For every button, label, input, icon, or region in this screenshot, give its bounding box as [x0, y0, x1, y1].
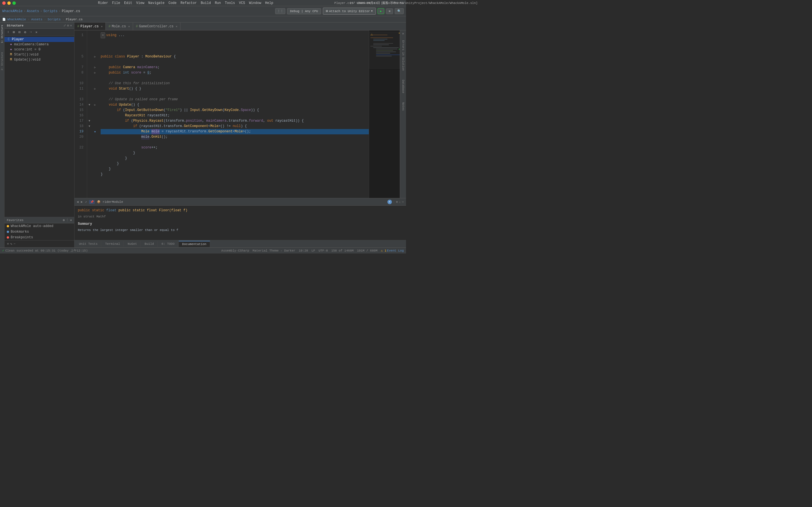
breadcrumb-item-assets[interactable]: Assets — [27, 9, 39, 13]
fav-settings-icon[interactable]: ⚙ — [63, 218, 65, 222]
doc-more-icon[interactable]: ⋯ — [402, 200, 404, 204]
fold-arrow-17[interactable]: ▼ — [89, 119, 90, 122]
build-status-icon: ✓ — [2, 249, 4, 252]
tab-gamecontrollercs[interactable]: # GameController.cs ✕ — [133, 22, 181, 31]
back-icon[interactable]: ◀ — [77, 200, 79, 204]
errors-in-solution-panel[interactable]: Errors in Solution — [401, 39, 405, 72]
code-editor[interactable]: 1 . . . 5 . 7 8 . 10 11 . 13 14 15 16 17 — [74, 31, 400, 198]
position-status[interactable]: 19:28 — [299, 249, 308, 252]
code-content[interactable]: +using ... public class Player : MonoBeh… — [98, 31, 369, 198]
menu-help[interactable]: Help — [265, 1, 273, 5]
menu-build[interactable]: Build — [201, 1, 211, 5]
minimize-button[interactable] — [7, 1, 11, 5]
unity-icon: ⊞ — [326, 9, 328, 13]
attach-to-unity-button[interactable]: ⊞ Attach to Unity Editor ▼ — [323, 8, 376, 15]
breadcrumb-item-project[interactable]: WhackAMole — [2, 9, 22, 13]
fav-item-breakpoints[interactable]: Breakpoints — [4, 235, 74, 240]
warning-count-icon: ⚠ 1 — [381, 249, 387, 252]
menu-refactor[interactable]: Refactor — [181, 1, 197, 5]
build-tab[interactable]: Build — [141, 241, 158, 247]
breadcrumb-item-scripts[interactable]: Scripts — [43, 9, 57, 13]
documentation-tab[interactable]: Documentation — [179, 241, 210, 247]
sidebar-title: Structure — [7, 24, 23, 27]
menu-code[interactable]: Code — [168, 1, 176, 5]
sort-icon[interactable]: ↕ — [6, 30, 11, 35]
encoding-status[interactable]: UTF-8 — [319, 249, 328, 252]
menu-tools[interactable]: Tools — [225, 1, 235, 5]
tab-playercs[interactable]: # Player.cs ✕ — [74, 22, 106, 31]
right-panel-collapse[interactable]: ✕ — [402, 32, 404, 36]
svg-rect-15 — [369, 32, 400, 68]
fav-dot-blue — [7, 231, 9, 233]
line-info-status: 158 of 1466M — [331, 249, 354, 252]
tree-item-maincamera[interactable]: ● mainCamera:Camera — [4, 42, 74, 47]
debug-config-button[interactable]: Debug | Any CPU — [287, 8, 321, 14]
navigate-icon[interactable]: → — [28, 30, 33, 35]
breadcrumb-item-file[interactable]: Player.cs — [62, 9, 80, 13]
close-tab-playercs[interactable]: ✕ — [101, 25, 103, 28]
file-path-assets[interactable]: Assets — [31, 18, 43, 21]
apps-icon[interactable]: ⋮⋮ — [275, 8, 285, 14]
fav-item-whackamole[interactable]: WhackAMole auto-added — [4, 223, 74, 229]
tab-molecs[interactable]: # Mole.cs ✕ — [106, 22, 133, 31]
notes-panel[interactable]: Notes — [401, 101, 405, 112]
close-tab-molecs[interactable]: ✕ — [128, 25, 130, 28]
field-icon-2: ● — [9, 48, 13, 52]
menu-navigate[interactable]: Navigate — [148, 1, 165, 5]
vtab-structure-1[interactable]: 1: Structure — [0, 23, 4, 45]
edit-favorite-icon[interactable]: ✎ — [10, 242, 12, 246]
menu-rider[interactable]: Rider — [98, 1, 108, 5]
svg-rect-17 — [399, 49, 400, 50]
file-path-playercs[interactable]: Player.cs — [66, 18, 83, 21]
menu-run[interactable]: Run — [215, 1, 221, 5]
fav-close-icon[interactable]: ✕ — [70, 218, 72, 222]
nuget-tab[interactable]: NuGet — [124, 241, 141, 247]
close-sidebar-icon[interactable]: ✕ — [34, 30, 39, 35]
database-panel[interactable]: Database — [401, 78, 405, 94]
code-line-15: if (Input.GetButtonDown("Fire1") || Inpu… — [101, 108, 369, 113]
vtab-structure-2[interactable]: 2: Structure — [0, 50, 4, 72]
menu-window[interactable]: Window — [249, 1, 261, 5]
unit-tests-tab[interactable]: Unit Tests — [75, 241, 101, 247]
event-log-status[interactable]: ⚠ 1 Event Log — [381, 249, 404, 252]
remove-favorite-icon[interactable]: − — [13, 242, 15, 246]
forward-icon[interactable]: ▶ — [81, 200, 83, 204]
line-ending-status[interactable]: LF — [312, 249, 315, 252]
stop-button[interactable]: ■ — [386, 8, 393, 14]
menu-vcs[interactable]: VCS — [239, 1, 245, 5]
terminal-tab[interactable]: Terminal — [102, 241, 124, 247]
menu-view[interactable]: View — [136, 1, 144, 5]
fold-arrow-18[interactable]: ▼ — [89, 125, 90, 128]
expand-all-icon[interactable]: ⊞ — [11, 30, 16, 35]
add-favorite-icon[interactable]: + — [7, 242, 9, 246]
tree-item-player[interactable]: C Player — [4, 37, 74, 42]
doc-settings-icon[interactable]: ⚙ — [396, 200, 398, 204]
search-icon[interactable]: 🔍 — [395, 8, 404, 14]
doc-divider: | — [393, 200, 395, 204]
menu-file[interactable]: File — [112, 1, 120, 5]
file-path-scripts[interactable]: Scripts — [48, 18, 61, 21]
code-line-3 — [101, 43, 369, 49]
pin-icon[interactable]: 📌 — [89, 200, 95, 204]
tree-item-start[interactable]: M Start():void — [4, 52, 74, 57]
doc-export-icon[interactable]: ↓ — [399, 200, 401, 204]
collapse-all-icon[interactable]: ⊟ — [17, 30, 22, 35]
close-tab-gamecontrollercs[interactable]: ✕ — [175, 25, 177, 28]
tree-item-update[interactable]: M Update():void — [4, 57, 74, 62]
fav-menu-icon[interactable]: ⋮ — [66, 218, 69, 222]
maximize-button[interactable] — [12, 1, 16, 5]
close-button[interactable] — [2, 1, 6, 5]
open-external-icon[interactable]: ↗ — [85, 200, 87, 204]
settings-icon[interactable]: ⚙ — [67, 24, 69, 27]
fav-item-bookmarks[interactable]: Bookmarks — [4, 229, 74, 235]
window-title: Player.cs - WhackAMole - [~/Documents/Un… — [335, 1, 406, 5]
file-path-project[interactable]: WhackAMole — [7, 18, 26, 21]
run-button[interactable]: ▶ — [377, 8, 385, 14]
expand-icon[interactable]: ⤢ — [63, 24, 66, 27]
tree-item-score[interactable]: ● score:int = 0 — [4, 47, 74, 52]
close-icon[interactable]: ✕ — [70, 24, 72, 27]
todo-tab[interactable]: 6: TODO — [158, 241, 178, 247]
filter-icon[interactable]: ⚙ — [22, 30, 28, 35]
menu-edit[interactable]: Edit — [124, 1, 132, 5]
fold-arrow-14[interactable]: ▼ — [89, 103, 90, 107]
